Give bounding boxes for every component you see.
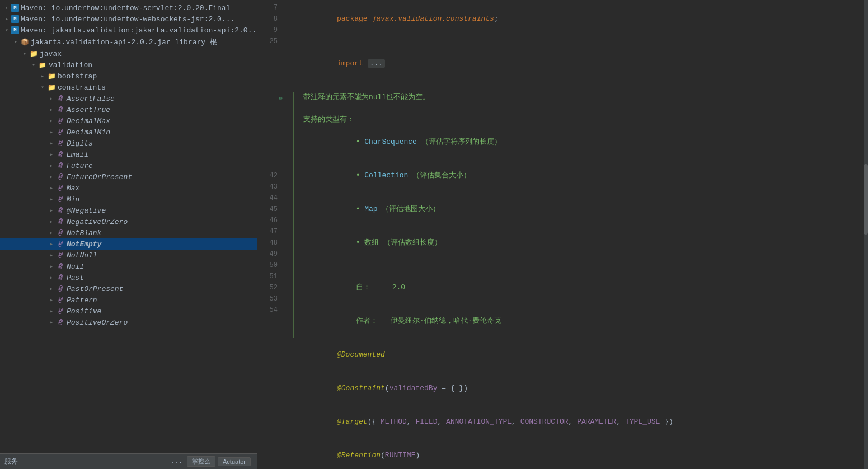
positiveorzero-label: PositiveOrZero [67, 318, 128, 327]
constraint-item-pattern[interactable]: @ Pattern [0, 294, 257, 306]
constraint-item-assertfalse[interactable]: @ AssertFalse [0, 93, 257, 104]
tree-arrow-digits [47, 139, 56, 148]
tree-arrow-decimalmax [47, 116, 56, 125]
editor-scrollbar[interactable] [864, 0, 868, 469]
tree-arrow-assertfalse [47, 94, 56, 103]
constraints-folder[interactable]: 📁 constraints [0, 82, 257, 93]
doc-bullet-map: • Map （评估地图大小） [299, 193, 440, 226]
email-label: Email [67, 151, 88, 159]
constraint-item-null[interactable]: @ Null [0, 261, 257, 272]
tree-arrow-asserttrue [47, 105, 56, 114]
tree-arrow-negative [47, 206, 56, 215]
tree-arrow-jakarta-validation [2, 26, 11, 35]
doc-line-1: 带注释的元素不能为null也不能为空。 [299, 92, 868, 103]
constraint-item-decimalmax[interactable]: @ DecimalMax [0, 115, 257, 126]
constraint-item-digits[interactable]: @ Digits [0, 138, 257, 149]
constraint-item-past[interactable]: @ Past [0, 272, 257, 283]
doc-bullet-charsequence: • CharSequence （评估字符序列的长度） [299, 125, 501, 159]
doc-bullet-2: • Collection （评估集合大小） [299, 159, 868, 193]
line-num-doc10: · [262, 159, 280, 170]
doc-line-empty1 [299, 103, 868, 114]
doc-text-1: 带注释的元素不能为null也不能为空。 [299, 92, 430, 103]
doc-line-empty2 [299, 260, 868, 271]
tree-arrow-future [47, 161, 56, 170]
line-num-9: 9 [262, 25, 280, 36]
maven-item-undertow-servlet[interactable]: M Maven: io.undertow:undertow-servlet:2.… [0, 2, 257, 13]
jar-root-item[interactable]: 📦 jakarta.validation-api-2.0.2.jar libra… [0, 36, 257, 48]
tree-arrow-max [47, 184, 56, 193]
line-num-7: 7 [262, 2, 280, 13]
positive-label: Positive [67, 307, 101, 316]
futureorpresent-label: FutureOrPresent [67, 173, 132, 181]
constraint-item-decimalmin[interactable]: @ DecimalMin [0, 126, 257, 138]
futureorpresent-icon: @ [56, 172, 65, 181]
javax-folder[interactable]: 📁 javax [0, 48, 257, 59]
tree-arrow-futureorpresent [47, 172, 56, 181]
tree-arrow-null [47, 262, 56, 271]
tree-arrow-notblank [47, 228, 56, 237]
line-num-50: 50 [262, 260, 280, 271]
constraint-item-negativeorzero[interactable]: @ NegativeOrZero [0, 216, 257, 227]
line-num-doc6: · [262, 114, 280, 125]
line-num-doc3: · [262, 81, 280, 92]
documented-annotation: @Documented [289, 338, 385, 372]
constraint-item-email[interactable]: @ Email [0, 149, 257, 160]
doc-author-line: 作者： 伊曼纽尔·伯纳德，哈代·费伦奇克 [299, 304, 868, 338]
pastorpresent-label: PastOrPresent [67, 285, 123, 293]
constraint-item-asserttrue[interactable]: @ AssertTrue [0, 104, 257, 115]
notblank-label: NotBlank [67, 229, 101, 237]
decimalmin-icon: @ [56, 128, 65, 137]
past-label: Past [67, 274, 84, 282]
line-num-47: 47 [262, 226, 280, 237]
asserttrue-icon: @ [56, 105, 65, 114]
constraint-item-notempty[interactable]: @ NotEmpty [0, 238, 257, 250]
code-line-7: package javax.validation.constraints; [289, 2, 868, 36]
negativeorzero-label: NegativeOrZero [67, 218, 128, 226]
line-num-54: 54 [262, 304, 280, 316]
pattern-label: Pattern [67, 296, 97, 304]
code-line-9: import ... [289, 47, 868, 81]
editor-scrollbar-thumb[interactable] [864, 164, 868, 234]
constraint-item-positive[interactable]: @ Positive [0, 306, 257, 317]
constraint-item-negative[interactable]: @ @Negative [0, 205, 257, 216]
constraint-item-positiveorzero[interactable]: @ PositiveOrZero [0, 317, 257, 328]
constraint-item-notblank[interactable]: @ NotBlank [0, 227, 257, 238]
validation-folder[interactable]: 📁 validation [0, 59, 257, 71]
constraint-item-futureorpresent[interactable]: @ FutureOrPresent [0, 171, 257, 182]
package-line: package javax.validation.constraints; [289, 2, 499, 36]
tree-arrow-javax [20, 49, 29, 58]
constraint-item-future[interactable]: @ Future [0, 160, 257, 171]
import-line: import ... [289, 47, 385, 81]
doc-line-2: 支持的类型有： [299, 114, 868, 125]
edit-pencil-icon[interactable]: ✏ [279, 93, 283, 102]
digits-icon: @ [56, 139, 65, 148]
maven-item-jakarta-validation[interactable]: M Maven: jakarta.validation:jakarta.vali… [0, 25, 257, 36]
constraints-label: constraints [58, 83, 106, 92]
positiveorzero-icon: @ [56, 318, 65, 327]
maven-item-undertow-websockets[interactable]: M Maven: io.undertow:undertow-websockets… [0, 13, 257, 25]
constraint-item-max[interactable]: @ Max [0, 182, 257, 194]
line-num-51: 51 [262, 271, 280, 282]
bootstrap-folder[interactable]: 📁 bootstrap [0, 71, 257, 82]
constraint-item-pastorpresent[interactable]: @ PastOrPresent [0, 283, 257, 294]
tree-arrow-undertow-websockets [2, 15, 11, 24]
negative-label: @Negative [67, 207, 106, 215]
tree-arrow-email [47, 150, 56, 159]
tree-arrow-pastorpresent [47, 284, 56, 293]
actuator-button[interactable]: Actuator [218, 457, 251, 466]
bottom-bar: 服务 ... 掌控么 Actuator [0, 453, 257, 469]
line-num-42: 42 [262, 170, 280, 181]
constraint-item-min[interactable]: @ Min [0, 194, 257, 205]
email-icon: @ [56, 150, 65, 159]
line-num-8: 8 [262, 13, 280, 25]
line-num-doc4: · [262, 92, 280, 103]
notnull-label: NotNull [67, 251, 97, 260]
asserttrue-label: AssertTrue [67, 106, 110, 114]
line-num-doc2: · [262, 69, 280, 81]
code-line-8 [289, 36, 868, 47]
file-tree-sidebar: M Maven: io.undertow:undertow-servlet:2.… [0, 0, 257, 469]
constraint-item-notnull[interactable]: @ NotNull [0, 250, 257, 261]
service-label: 服务 [4, 457, 18, 466]
tree-arrow-jar-root [11, 37, 20, 46]
zhangkong-button[interactable]: 掌控么 [187, 456, 215, 467]
